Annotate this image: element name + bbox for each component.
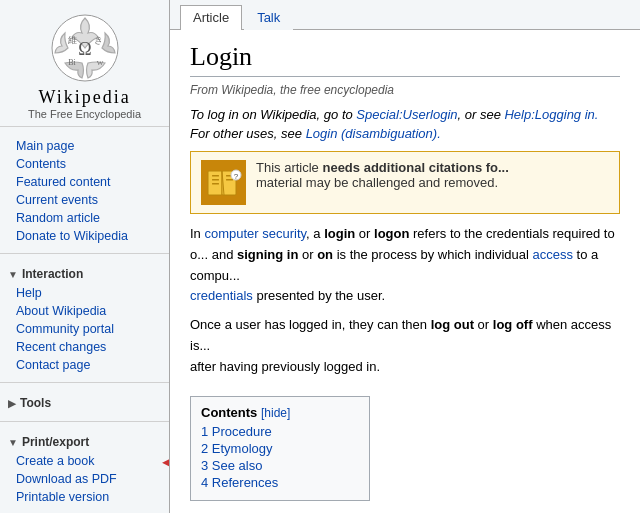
print-export-header[interactable]: ▼ Print/export (0, 430, 169, 452)
from-line: From Wikipedia, the free encyclopedia (190, 83, 620, 97)
notice-text: This article needs additional citations … (256, 160, 509, 190)
logo-area: Ω 維 き Вi W Wikipedia The Free Encycloped… (0, 5, 169, 127)
toc-link-see-also[interactable]: 3 See also (201, 458, 262, 473)
sidebar-link-community[interactable]: Community portal (0, 320, 169, 338)
interaction-section: ▼ Interaction Help About Wikipedia Commu… (0, 258, 169, 378)
notice-icon: ? (201, 160, 246, 205)
divider-3 (0, 421, 169, 422)
sidebar-link-create-book[interactable]: Create a book (0, 452, 169, 470)
toc-item-3: 3 See also (201, 458, 353, 473)
create-book-row: Create a book ◀ (0, 452, 169, 470)
svg-rect-11 (212, 183, 219, 185)
svg-text:Вi: Вi (68, 58, 76, 67)
print-export-arrow-icon: ▼ (8, 437, 18, 448)
notice-box: ? This article needs additional citation… (190, 151, 620, 214)
toc-header: Contents [hide] (201, 405, 353, 420)
sidebar-link-recent-changes[interactable]: Recent changes (0, 338, 169, 356)
sidebar-link-contents[interactable]: Contents (0, 155, 169, 173)
divider-1 (0, 253, 169, 254)
intro-line-1: To log in on Wikipedia, go to Special:Us… (190, 107, 620, 122)
print-export-section: ▼ Print/export Create a book ◀ Download … (0, 426, 169, 510)
sidebar: Ω 維 き Вi W Wikipedia The Free Encycloped… (0, 0, 170, 513)
interaction-arrow-icon: ▼ (8, 269, 18, 280)
sidebar-link-current-events[interactable]: Current events (0, 191, 169, 209)
toc-hide-button[interactable]: [hide] (261, 406, 290, 420)
tools-section: ▶ Tools (0, 387, 169, 417)
sidebar-link-printable[interactable]: Printable version (0, 488, 169, 506)
toc-item-2: 2 Etymology (201, 441, 353, 456)
tools-arrow-icon: ▶ (8, 398, 16, 409)
sidebar-link-main-page[interactable]: Main page (0, 137, 169, 155)
red-arrow-icon: ◀ (162, 451, 170, 471)
disambiguation-link[interactable]: Login (disambiguation). (306, 126, 441, 141)
toc-link-etymology[interactable]: 2 Etymology (201, 441, 273, 456)
svg-text:Ω: Ω (78, 39, 91, 59)
tab-talk[interactable]: Talk (244, 5, 293, 30)
computer-security-link[interactable]: computer security (204, 226, 306, 241)
svg-text:W: W (96, 59, 103, 67)
svg-text:?: ? (233, 171, 238, 180)
sidebar-link-donate[interactable]: Donate to Wikipedia (0, 227, 169, 245)
page-title: Login (190, 42, 620, 77)
interaction-header[interactable]: ▼ Interaction (0, 262, 169, 284)
svg-text:維: 維 (66, 35, 76, 45)
sidebar-link-random-article[interactable]: Random article (0, 209, 169, 227)
toc-link-references[interactable]: 4 References (201, 475, 278, 490)
sidebar-link-help[interactable]: Help (0, 284, 169, 302)
body-paragraph-2: Once a user has logged in, they can then… (190, 315, 620, 377)
toc-item-1: 1 Procedure (201, 424, 353, 439)
sidebar-link-featured-content[interactable]: Featured content (0, 173, 169, 191)
wikipedia-logo: Ω 維 き Вi W (50, 13, 120, 83)
wikipedia-subtitle: The Free Encyclopedia (0, 108, 169, 120)
sidebar-link-about[interactable]: About Wikipedia (0, 302, 169, 320)
toc-box: Contents [hide] 1 Procedure 2 Etymology … (190, 396, 370, 501)
tools-header[interactable]: ▶ Tools (0, 391, 169, 413)
svg-rect-10 (212, 179, 219, 181)
special-userlogin-link[interactable]: Special:Userlogin (356, 107, 457, 122)
help-logging-link[interactable]: Help:Logging in. (504, 107, 598, 122)
divider-2 (0, 382, 169, 383)
sidebar-link-contact[interactable]: Contact page (0, 356, 169, 374)
nav-section: Main page Contents Featured content Curr… (0, 133, 169, 249)
body-paragraph-1: In computer security, a login or logon r… (190, 224, 620, 307)
intro-line-2: For other uses, see Login (disambiguatio… (190, 126, 620, 141)
svg-rect-9 (212, 175, 219, 177)
access-link[interactable]: access (533, 247, 573, 262)
sidebar-link-download-pdf[interactable]: Download as PDF (0, 470, 169, 488)
svg-rect-13 (226, 179, 233, 181)
content-area: Login From Wikipedia, the free encyclope… (170, 30, 640, 513)
toc-link-procedure[interactable]: 1 Procedure (201, 424, 272, 439)
wikipedia-title: Wikipedia (0, 87, 169, 108)
svg-text:き: き (93, 35, 102, 45)
credentials-link[interactable]: credentials (190, 288, 253, 303)
tab-article[interactable]: Article (180, 5, 242, 30)
main-content: Article Talk Login From Wikipedia, the f… (170, 0, 640, 513)
tabs-bar: Article Talk (170, 0, 640, 30)
toc-item-4: 4 References (201, 475, 353, 490)
